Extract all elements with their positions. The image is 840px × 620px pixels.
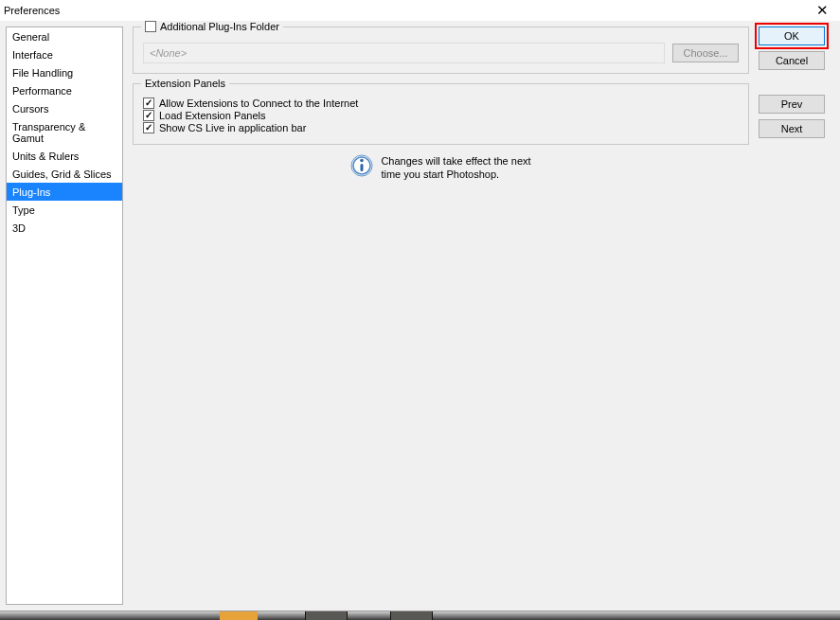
main-panel: Additional Plug-Ins Folder <None> Choose…	[133, 27, 749, 605]
svg-rect-2	[361, 164, 364, 171]
preferences-window: Preferences ✕ General Interface File Han…	[0, 0, 840, 611]
taskbar-segment[interactable]	[220, 611, 258, 620]
category-sidebar: General Interface File Handling Performa…	[6, 27, 123, 605]
load-extension-panels-label: Load Extension Panels	[159, 110, 266, 121]
additional-plugins-group: Additional Plug-Ins Folder <None> Choose…	[133, 27, 749, 74]
cancel-button[interactable]: Cancel	[759, 51, 825, 70]
info-line1: Changes will take effect the next	[381, 154, 530, 168]
show-cs-live-row[interactable]: Show CS Live in application bar	[143, 122, 739, 133]
load-extension-panels-checkbox[interactable]	[143, 110, 154, 121]
allow-extensions-internet-label: Allow Extensions to Connect to the Inter…	[159, 97, 358, 109]
plugins-folder-path: <None>	[143, 43, 665, 63]
taskbar	[0, 611, 840, 620]
info-message: Changes will take effect the next time y…	[133, 154, 749, 182]
choose-button[interactable]: Choose...	[672, 44, 739, 62]
sidebar-item-type[interactable]: Type	[7, 201, 122, 219]
prev-button[interactable]: Prev	[759, 95, 825, 114]
sidebar-item-cursors[interactable]: Cursors	[7, 99, 122, 117]
info-icon	[350, 154, 373, 177]
sidebar-item-3d[interactable]: 3D	[7, 219, 122, 237]
sidebar-item-general[interactable]: General	[7, 27, 122, 45]
window-title: Preferences	[4, 5, 808, 16]
allow-extensions-internet-row[interactable]: Allow Extensions to Connect to the Inter…	[143, 97, 739, 109]
svg-point-3	[361, 159, 365, 163]
sidebar-item-file-handling[interactable]: File Handling	[7, 63, 122, 81]
ok-button[interactable]: OK	[759, 27, 825, 45]
dialog-buttons: OK Cancel Prev Next	[759, 27, 834, 605]
taskbar-segment[interactable]	[305, 611, 348, 620]
show-cs-live-label: Show CS Live in application bar	[159, 122, 306, 133]
taskbar-segment[interactable]	[390, 611, 433, 620]
close-icon[interactable]: ✕	[808, 2, 836, 19]
sidebar-item-plug-ins[interactable]: Plug-Ins	[7, 183, 122, 201]
sidebar-item-units-rulers[interactable]: Units & Rulers	[7, 147, 122, 165]
additional-plugins-label: Additional Plug-Ins Folder	[160, 21, 279, 32]
sidebar-item-guides-grid-slices[interactable]: Guides, Grid & Slices	[7, 165, 122, 183]
extension-panels-legend: Extension Panels	[145, 78, 225, 89]
sidebar-item-transparency-gamut[interactable]: Transparency & Gamut	[7, 117, 122, 147]
sidebar-item-performance[interactable]: Performance	[7, 81, 122, 99]
titlebar: Preferences ✕	[0, 0, 840, 21]
info-line2: time you start Photoshop.	[381, 168, 530, 181]
additional-plugins-checkbox[interactable]	[145, 21, 156, 32]
show-cs-live-checkbox[interactable]	[143, 122, 154, 133]
load-extension-panels-row[interactable]: Load Extension Panels	[143, 110, 739, 121]
extension-panels-group: Extension Panels Allow Extensions to Con…	[133, 83, 749, 145]
next-button[interactable]: Next	[759, 119, 825, 138]
sidebar-item-interface[interactable]: Interface	[7, 45, 122, 63]
allow-extensions-internet-checkbox[interactable]	[143, 97, 154, 109]
